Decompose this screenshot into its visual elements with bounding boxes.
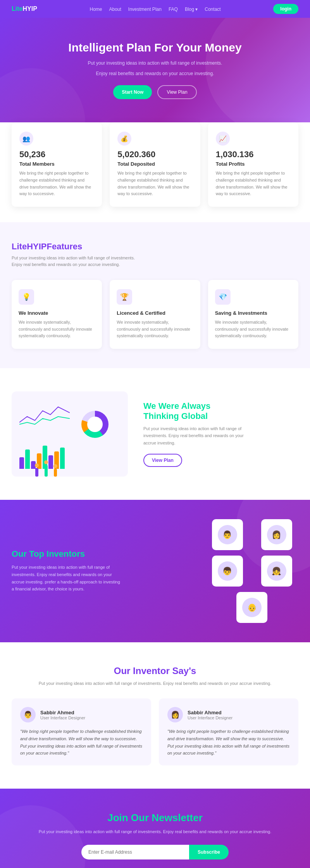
inventor-avatar-5: 👴 — [236, 592, 267, 623]
newsletter-form: Subscribe — [81, 845, 229, 859]
inventor-avatar-1: 👨 — [212, 519, 243, 550]
global-title: We Were Always Thinking Global — [143, 401, 298, 421]
newsletter-desc: Put your investing ideas into action wit… — [12, 829, 298, 835]
testimonial-header-2: 👩 Sabbir Ahmed User Interface Designer — [167, 707, 290, 722]
logo-hyip: HYIP — [22, 5, 37, 12]
feature-card-certified: 🏆 Licenced & Certified We innovate syste… — [110, 280, 200, 349]
nav-blog[interactable]: Blog ▾ — [185, 7, 198, 12]
nav-faq[interactable]: FAQ — [169, 7, 178, 12]
nav-home[interactable]: Home — [90, 7, 102, 12]
inventors-avatars: 👨 👩 👦 👧 👴 — [205, 519, 298, 623]
feature-desc-innovate: We innovate systematically, continuously… — [19, 319, 95, 340]
nav-links: Home About Investment Plan FAQ Blog ▾ Co… — [90, 5, 220, 12]
testimonials-section: Our Inventor Say's Put your investing id… — [0, 642, 310, 789]
nav-contact[interactable]: Contact — [205, 7, 220, 12]
donut-chart-mock — [89, 403, 116, 430]
feature-name-saving: Saving & Investments — [215, 310, 291, 316]
stat-label-members: Total Members — [19, 161, 94, 167]
inventors-desc: Put your investing ideas into action wit… — [12, 564, 120, 593]
stat-number-profits: 1,030.136 — [216, 149, 291, 160]
features-section: LiteHYIPFeatures Put your investing idea… — [0, 222, 310, 368]
stats-section: 👥 50,236 Total Members We bring the righ… — [0, 122, 310, 222]
testimonial-card-2: 👩 Sabbir Ahmed User Interface Designer "… — [159, 698, 298, 765]
newsletter-title: Join Our Newsletter — [12, 812, 298, 824]
feature-icon-innovate: 💡 — [19, 289, 34, 305]
testimonial-quote-1: "We bring right people together to chall… — [20, 728, 143, 757]
stat-label-profits: Total Profits — [216, 161, 291, 167]
features-grid: 💡 We Innovate We innovate systematically… — [12, 280, 298, 349]
testimonial-card-1: 👨 Sabbir Ahmed User Interface Designer "… — [12, 698, 151, 765]
stat-number-members: 50,236 — [19, 149, 94, 160]
testimonials-grid: 👨 Sabbir Ahmed User Interface Designer "… — [12, 698, 298, 765]
feature-name-innovate: We Innovate — [19, 310, 95, 316]
line-chart-svg — [19, 403, 70, 426]
feature-name-certified: Licenced & Certified — [117, 310, 193, 316]
feature-desc-saving: We innovate systematically, continuously… — [215, 319, 291, 340]
feature-card-saving: 💎 Saving & Investments We innovate syste… — [208, 280, 298, 349]
feature-card-innovate: 💡 We Innovate We innovate systematically… — [12, 280, 102, 349]
testimonials-title: Our Inventor Say's — [12, 666, 298, 676]
stats-grid: 👥 50,236 Total Members We bring the righ… — [12, 122, 298, 206]
newsletter-section: Join Our Newsletter Put your investing i… — [0, 789, 310, 868]
stat-desc-deposited: We bring the right people together to ch… — [117, 170, 192, 197]
inventors-content: Our Top Inventors Put your investing ide… — [12, 549, 194, 593]
features-subtitle: Put your investing ideas into action wit… — [12, 255, 136, 268]
stat-card-members: 👥 50,236 Total Members We bring the righ… — [12, 122, 102, 206]
global-desc: Put your investing ideas into action wit… — [143, 425, 252, 447]
stat-icon-deposited: 💰 — [117, 132, 131, 146]
inventors-section: Our Top Inventors Put your investing ide… — [0, 500, 310, 642]
view-plan-button-global[interactable]: View Plan — [143, 454, 182, 467]
feature-icon-saving: 💎 — [215, 289, 231, 305]
stat-number-deposited: 5,020.360 — [117, 149, 192, 160]
inventor-avatar-2: 👩 — [261, 519, 292, 550]
nav-logo: LiteHYIP — [12, 5, 37, 12]
testimonial-header-1: 👨 Sabbir Ahmed User Interface Designer — [20, 707, 143, 722]
person-figures — [35, 460, 57, 477]
stat-card-deposited: 💰 5,020.360 Total Deposited We bring the… — [110, 122, 200, 206]
view-plan-button-hero[interactable]: View Plan — [157, 85, 196, 99]
testimonial-role-2: User Interface Designer — [188, 715, 232, 720]
feature-icon-certified: 🏆 — [117, 289, 132, 305]
testimonial-avatar-2: 👩 — [167, 707, 183, 722]
inventors-title: Our Top Inventors — [12, 549, 194, 559]
testimonial-quote-2: "We bring right people together to chall… — [167, 728, 290, 757]
hero-title: Intelligent Plan For Your Money — [12, 41, 298, 54]
hero-buttons: Start Now View Plan — [12, 85, 298, 99]
testimonial-name-2: Sabbir Ahmed — [188, 710, 232, 715]
stat-label-deposited: Total Deposited — [117, 161, 192, 167]
global-section: We Were Always Thinking Global Put your … — [0, 368, 310, 500]
navbar: LiteHYIP Home About Investment Plan FAQ … — [0, 0, 310, 18]
login-button[interactable]: login — [273, 4, 298, 14]
testimonial-name-1: Sabbir Ahmed — [40, 710, 85, 715]
nav-about[interactable]: About — [109, 7, 121, 12]
inventor-avatar-3: 👦 — [212, 556, 243, 587]
global-visual — [12, 391, 128, 477]
testimonial-avatar-1: 👨 — [20, 707, 36, 722]
testimonial-role-1: User Interface Designer — [40, 715, 85, 720]
feature-desc-certified: We innovate systematically, continuously… — [117, 319, 193, 340]
features-title: LiteHYIPFeatures — [12, 242, 298, 252]
testimonials-subtitle: Put your investing ideas into action wit… — [12, 680, 298, 687]
logo-lite: Lite — [12, 5, 22, 12]
hero-subtitle2: Enjoy real benefits and rewards on your … — [12, 70, 298, 77]
nav-investment[interactable]: Investment Plan — [128, 7, 162, 12]
stat-card-profits: 📈 1,030.136 Total Profits We bring the r… — [208, 122, 298, 206]
start-now-button[interactable]: Start Now — [113, 85, 152, 99]
stat-desc-profits: We bring the right people together to ch… — [216, 170, 291, 197]
stat-desc-members: We bring the right people together to ch… — [19, 170, 94, 197]
newsletter-email-input[interactable] — [81, 845, 189, 859]
stat-icon-members: 👥 — [19, 132, 33, 146]
global-content: We Were Always Thinking Global Put your … — [143, 401, 298, 467]
stat-icon-profits: 📈 — [216, 132, 230, 146]
inventor-avatar-4: 👧 — [261, 556, 292, 587]
hero-subtitle1: Put your investing ideas into action wit… — [12, 60, 298, 67]
newsletter-subscribe-button[interactable]: Subscribe — [189, 845, 229, 859]
